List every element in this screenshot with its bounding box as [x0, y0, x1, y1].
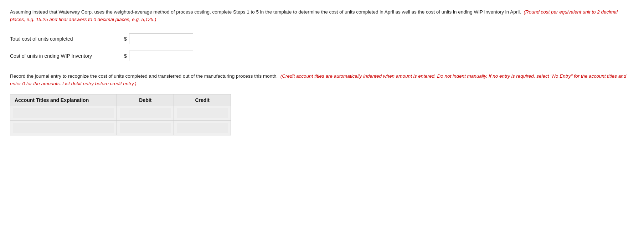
debit-input-2[interactable]: [120, 123, 171, 133]
journal-table: Account Titles and Explanation Debit Cre…: [10, 94, 231, 135]
intro-paragraph: Assuming instead that Waterway Corp. use…: [10, 9, 634, 24]
journal-section: Record the journal entry to recognize th…: [10, 73, 634, 135]
wip-cost-label: Cost of units in ending WIP Inventory: [10, 53, 124, 59]
journal-table-header-row: Account Titles and Explanation Debit Cre…: [10, 94, 231, 106]
cost-section: Total cost of units completed $ Cost of …: [10, 33, 634, 61]
debit-cell-2: [117, 120, 174, 135]
debit-input-1[interactable]: [120, 108, 171, 118]
credit-input-1[interactable]: [177, 108, 228, 118]
journal-intro-paragraph: Record the journal entry to recognize th…: [10, 73, 634, 88]
account-cell-2: [10, 120, 117, 135]
credit-cell-1: [174, 106, 231, 120]
dollar-sign-2: $: [124, 53, 127, 59]
cost-row-1: Total cost of units completed $: [10, 33, 634, 44]
credit-input-2[interactable]: [177, 123, 228, 133]
wip-cost-input[interactable]: [129, 51, 193, 61]
account-input-2[interactable]: [13, 123, 114, 133]
total-cost-label: Total cost of units completed: [10, 36, 124, 42]
col-header-debit: Debit: [117, 94, 174, 106]
intro-text-normal: Assuming instead that Waterway Corp. use…: [10, 9, 521, 15]
table-row: [10, 120, 231, 135]
account-input-1[interactable]: [13, 108, 114, 118]
table-row: [10, 106, 231, 120]
total-cost-input[interactable]: [129, 33, 193, 44]
cost-row-2: Cost of units in ending WIP Inventory $: [10, 51, 634, 61]
debit-cell-1: [117, 106, 174, 120]
dollar-sign-1: $: [124, 36, 127, 42]
account-cell-1: [10, 106, 117, 120]
col-header-credit: Credit: [174, 94, 231, 106]
journal-intro-normal: Record the journal entry to recognize th…: [10, 73, 278, 79]
page-container: Assuming instead that Waterway Corp. use…: [0, 0, 644, 232]
col-header-account: Account Titles and Explanation: [10, 94, 117, 106]
credit-cell-2: [174, 120, 231, 135]
